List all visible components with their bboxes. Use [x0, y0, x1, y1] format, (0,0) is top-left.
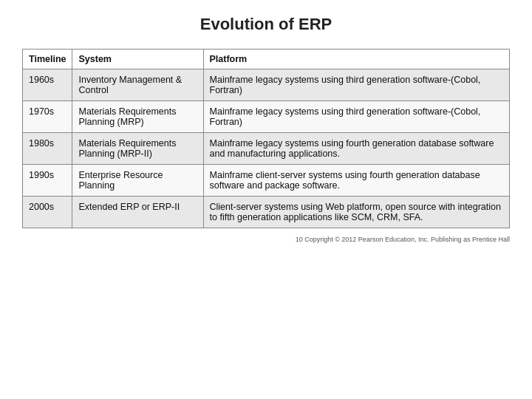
cell-platform: Client-server systems using Web platform… [203, 197, 509, 228]
cell-system: Enterprise Resource Planning [72, 165, 203, 197]
cell-timeline: 1960s [23, 69, 72, 101]
erp-evolution-table: Timeline System Platform 1960sInventory … [22, 49, 510, 228]
col-header-timeline: Timeline [23, 50, 72, 69]
cell-timeline: 2000s [23, 197, 72, 228]
col-header-system: System [72, 50, 203, 69]
col-header-platform: Platform [203, 50, 509, 69]
table-row: 1970sMaterials Requirements Planning (MR… [23, 101, 510, 133]
cell-platform: Mainframe legacy systems using fourth ge… [203, 133, 509, 165]
cell-platform: Mainframe client-server systems using fo… [203, 165, 509, 197]
cell-system: Materials Requirements Planning (MRP-II) [72, 133, 203, 165]
footer-text: 10 Copyright © 2012 Pearson Education, I… [22, 236, 510, 243]
table-row: 1990sEnterprise Resource PlanningMainfra… [23, 165, 510, 197]
cell-system: Inventory Management & Control [72, 69, 203, 101]
cell-timeline: 1980s [23, 133, 72, 165]
cell-platform: Mainframe legacy systems using third gen… [203, 69, 509, 101]
cell-platform: Mainframe legacy systems using third gen… [203, 101, 509, 133]
cell-system: Extended ERP or ERP-II [72, 197, 203, 228]
table-row: 2000sExtended ERP or ERP-IIClient-server… [23, 197, 510, 228]
page-title: Evolution of ERP [200, 15, 332, 34]
table-row: 1980sMaterials Requirements Planning (MR… [23, 133, 510, 165]
table-row: 1960sInventory Management & ControlMainf… [23, 69, 510, 101]
cell-timeline: 1970s [23, 101, 72, 133]
cell-system: Materials Requirements Planning (MRP) [72, 101, 203, 133]
cell-timeline: 1990s [23, 165, 72, 197]
